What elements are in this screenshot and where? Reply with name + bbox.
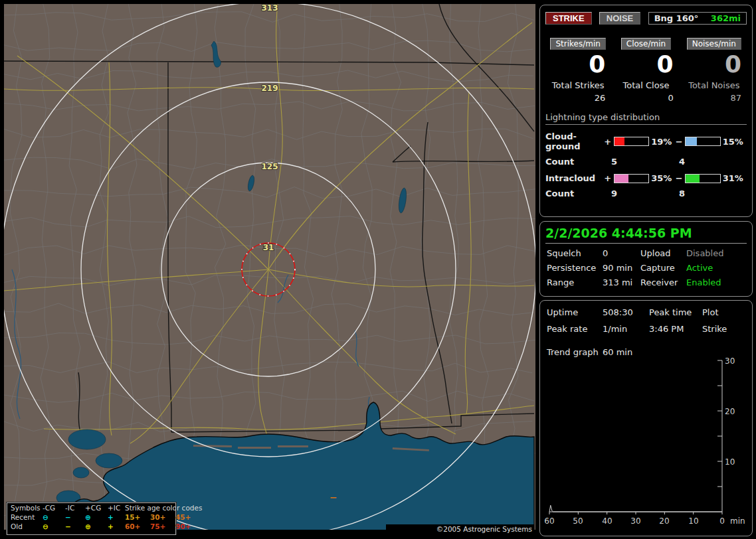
x-tick-0: 0 [719,516,725,526]
pos-cg-old-icon: ⊕ [85,522,108,531]
map-canvas: 313 219 125 31 − [4,4,535,535]
cg-negative-count: 4 [679,157,747,167]
ic-negative-bar [685,174,721,183]
strike-counter-panel: STRIKE NOISE Bng 160° 362mi Strikes/min … [539,5,753,217]
cg-positive-pct: 19% [651,137,675,147]
ic-positive-count: 9 [611,189,679,198]
range-label: Range [547,277,603,287]
legend-col-neg-cg: -CG [43,503,65,512]
total-noises-label: Total Noises [680,80,748,90]
strikes-counter: Strikes/min 0 Total Strikes 26 [544,37,612,103]
range-value: 313 mi [603,277,640,287]
bearing-label: Bng 160° [654,13,699,23]
strikes-per-min-label: Strikes/min [550,38,605,50]
trend-graph-row: Trend graph 60 min [540,347,752,357]
upload-status: Disabled [686,248,752,258]
app-window: { "header": {"strike_button": "STRIKE", … [0,0,756,539]
legend-age-header: Strike age color codes [125,503,201,512]
x-axis-unit: min [730,516,745,526]
noise-tab-button[interactable]: NOISE [599,12,640,25]
ring-label-313: 313 [261,4,278,13]
rate-counters: Strikes/min 0 Total Strikes 26 Close/min… [540,37,752,103]
legend-col-neg-ic: -IC [65,503,85,512]
legend-old-row: Old ⊖ − ⊕ + 60+ 75+ 90+ [7,522,175,531]
close-per-min-label: Close/min [621,38,671,50]
peak-rate-label: Peak rate [547,324,603,334]
neg-ic-old-icon: − [65,522,85,531]
cloud-ground-row: Cloud-ground + 19% − 15% [545,131,747,151]
legend-symbols-header: Symbols [11,503,43,512]
neg-ic-recent-icon: − [65,512,85,522]
strikes-per-min-value: 0 [544,50,612,79]
distribution-title: Lightning type distribution [545,112,747,125]
ic-negative-pct: 31% [723,173,747,183]
trend-graph: 30 20 10 60 50 40 30 20 10 0 min [544,358,747,529]
datetime-display: 2/2/2026 4:44:56 PM [545,226,747,244]
ic-positive-pct: 35% [651,173,675,183]
squelch-row: Squelch 0 Upload Disabled [540,248,752,258]
map-legend: Symbols -CG -IC +CG +IC Strike age color… [7,502,176,535]
copyright-text: ©2005 Astrogenic Systems [386,524,534,534]
pos-cg-recent-icon: ⊕ [85,512,108,522]
plus-sign: + [604,137,611,147]
uptime-row: Uptime 508:30 Peak time Plot [540,307,752,317]
trend-panel: Uptime 508:30 Peak time Plot Peak rate 1… [539,300,753,536]
cg-positive-count: 5 [611,157,679,167]
trend-window-value: 60 min [603,347,752,357]
age-15: 15+ [125,512,150,522]
axis-ticks [549,360,722,514]
total-strikes-value: 26 [544,93,612,103]
y-tick-20: 20 [725,407,735,416]
x-tick-40: 40 [602,516,612,526]
cg-negative-bar [685,137,721,146]
upload-label: Upload [640,248,686,258]
y-tick-30: 30 [725,358,735,366]
lightning-map[interactable]: 313 219 125 31 − Symbols -CG -IC +CG +IC… [4,4,535,535]
x-tick-60: 60 [544,516,554,526]
pos-ic-old-icon: + [108,522,125,531]
status-panel: 2/2/2026 4:44:56 PM Squelch 0 Upload Dis… [539,221,753,297]
squelch-label: Squelch [547,248,603,258]
persistence-label: Persistence [547,263,603,273]
cloud-ground-label: Cloud-ground [545,131,604,151]
plus-sign: + [604,173,611,183]
cg-negative-pct: 15% [723,137,747,147]
legend-recent-label: Recent [11,512,43,522]
intracloud-row: Intracloud + 35% − 31% [545,173,747,183]
ring-label-125: 125 [261,162,278,171]
bearing-readout: Bng 160° 362mi [648,12,747,25]
peak-time-label: Peak time [649,307,702,317]
x-tick-10: 10 [688,516,698,526]
legend-old-label: Old [11,522,43,531]
y-tick-10: 10 [725,457,735,467]
count-label: Count [545,189,611,198]
lightning-distribution: Lightning type distribution Cloud-ground… [545,112,747,198]
legend-col-pos-cg: +CG [85,503,108,512]
count-label: Count [545,157,611,167]
close-per-min-value: 0 [612,50,680,79]
total-close-label: Total Close [612,80,680,90]
peak-rate-value: 1/min [603,324,649,334]
uptime-label: Uptime [547,307,603,317]
receiver-status: Enabled [686,277,752,287]
legend-header-row: Symbols -CG -IC +CG +IC Strike age color… [7,503,175,512]
noises-counter: Noises/min 0 Total Noises 87 [680,37,748,103]
close-counter: Close/min 0 Total Close 0 [612,37,680,103]
age-45: 45+ [175,512,201,522]
pos-ic-recent-icon: + [108,512,125,522]
range-row: Range 313 mi Receiver Enabled [540,277,752,287]
minus-sign: − [676,173,683,183]
plot-mode-value: Strike [702,324,752,334]
strike-tab-button[interactable]: STRIKE [545,12,592,25]
age-75: 75+ [150,522,175,531]
receiver-label: Receiver [640,277,686,287]
capture-status: Active [686,263,752,273]
plot-label: Plot [702,307,752,317]
strike-marker-ic-old: − [330,492,337,502]
age-60: 60+ [125,522,150,531]
noises-per-min-value: 0 [680,50,748,79]
legend-recent-row: Recent ⊖ − ⊕ + 15+ 30+ 45+ [7,512,175,522]
cg-positive-bar [614,137,650,146]
capture-label: Capture [640,263,686,273]
x-tick-20: 20 [659,516,669,526]
